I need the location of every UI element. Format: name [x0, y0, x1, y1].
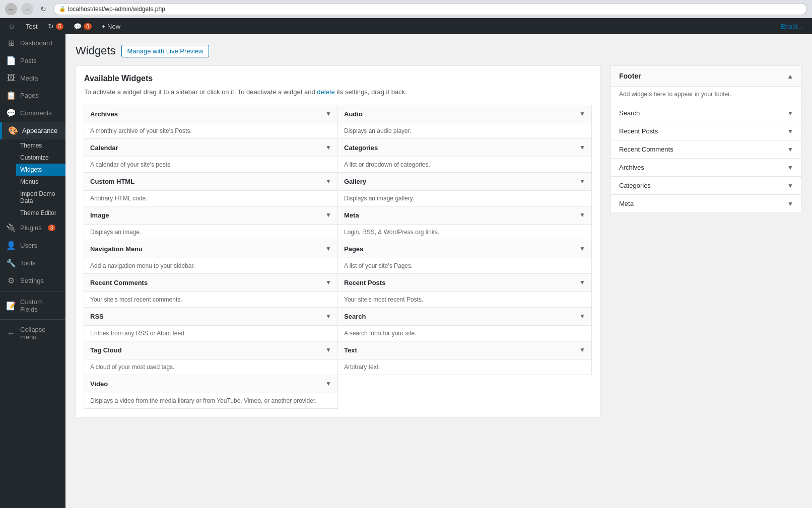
sidebar-item-menus[interactable]: Menus	[16, 176, 65, 188]
widget-card-header[interactable]: Calendar▼	[84, 139, 337, 157]
widget-card-desc: Displays an image.	[84, 225, 337, 240]
footer-widget-item[interactable]: Categories▼	[611, 176, 801, 194]
widget-card-desc: A monthly archive of your site's Posts.	[84, 123, 337, 138]
widget-card-header[interactable]: Video▼	[84, 375, 337, 393]
widget-card-arrow-icon: ▼	[325, 313, 331, 320]
sidebar-item-settings[interactable]: ⚙ Settings	[0, 272, 65, 289]
footer-widget-item[interactable]: Recent Comments▼	[611, 140, 801, 158]
sidebar-item-media[interactable]: 🖼 Media	[0, 69, 65, 87]
widget-card-header[interactable]: Audio▼	[338, 105, 591, 123]
sidebar-item-appearance[interactable]: 🎨 Appearance	[0, 122, 65, 139]
widget-card-desc: A search form for your site.	[338, 326, 591, 341]
widget-card-arrow-icon: ▼	[325, 380, 331, 387]
sidebar-item-comments[interactable]: 💬 Comments	[0, 104, 65, 122]
widgets-label: Widgets	[20, 166, 42, 173]
widget-card-header[interactable]: Pages▼	[338, 240, 591, 258]
sidebar-item-import-demo[interactable]: Import Demo Data	[16, 188, 65, 207]
sidebar-label-tools: Tools	[20, 259, 35, 267]
users-icon: 👤	[6, 241, 16, 250]
menus-label: Menus	[20, 178, 38, 185]
widget-card-title: Calendar	[90, 144, 118, 152]
widget-card-title: Recent Comments	[90, 279, 148, 286]
widget-card: Calendar▼A calendar of your site's posts…	[84, 138, 338, 173]
widget-card: Custom HTML▼Arbitrary HTML code.	[84, 172, 338, 206]
widget-card-desc: Displays a video from the media library …	[84, 393, 337, 408]
widget-card-desc: Entries from any RSS or Atom feed.	[84, 326, 337, 341]
available-widgets-panel: Available Widgets To activate a widget d…	[76, 65, 600, 417]
footer-widget-item[interactable]: Search▼	[611, 104, 801, 122]
widget-card-title: Search	[344, 313, 366, 320]
admin-bar-updates[interactable]: ↻ 5	[44, 18, 68, 34]
widget-card-header[interactable]: Tag Cloud▼	[84, 341, 337, 359]
widget-card-header[interactable]: Recent Posts▼	[338, 274, 591, 292]
comments-icon: 💬	[74, 23, 82, 30]
footer-widget-arrow-icon: ▼	[787, 128, 793, 135]
sidebar-item-users[interactable]: 👤 Users	[0, 237, 65, 254]
widget-card-header[interactable]: Categories▼	[338, 139, 591, 157]
appearance-submenu: Themes Customize Widgets Menus Import De…	[0, 139, 65, 219]
footer-panel-desc: Add widgets here to appear in your foote…	[611, 87, 801, 104]
sidebar-item-customize[interactable]: Customize	[16, 152, 65, 164]
desc-link[interactable]: delete	[317, 88, 334, 96]
widget-card-header[interactable]: Custom HTML▼	[84, 173, 337, 191]
widget-card-arrow-icon: ▼	[579, 144, 585, 151]
wp-logo[interactable]: ○	[4, 18, 20, 34]
widget-card-header[interactable]: Image▼	[84, 206, 337, 225]
sidebar-item-pages[interactable]: 📋 Pages	[0, 87, 65, 104]
sidebar-label-dashboard: Dashboard	[20, 39, 52, 47]
sidebar-item-collapse[interactable]: ← Collapse menu	[0, 322, 65, 345]
sidebar-item-theme-editor[interactable]: Theme Editor	[16, 207, 65, 219]
widget-card-header[interactable]: RSS▼	[84, 308, 337, 326]
footer-widget-item[interactable]: Meta▼	[611, 194, 801, 212]
widget-card-title: Meta	[344, 211, 359, 219]
live-preview-button[interactable]: Manage with Live Preview	[121, 45, 209, 57]
sidebar-item-widgets[interactable]: Widgets	[16, 164, 65, 176]
widget-card-header[interactable]: Text▼	[338, 341, 591, 359]
widget-card-header[interactable]: Gallery▼	[338, 173, 591, 191]
widget-card: Tag Cloud▼A cloud of your most used tags…	[84, 341, 338, 375]
widget-card-header[interactable]: Search▼	[338, 308, 591, 326]
widget-card-arrow-icon: ▼	[579, 110, 585, 117]
sidebar-item-posts[interactable]: 📄 Posts	[0, 52, 65, 69]
admin-bar-comments[interactable]: 💬 0	[70, 18, 96, 34]
admin-bar-new[interactable]: + New	[98, 18, 124, 34]
widget-card: Search▼A search form for your site.	[337, 307, 592, 341]
sidebar-item-dashboard[interactable]: ⊞ Dashboard	[0, 34, 65, 52]
widget-card-desc: A list or dropdown of categories.	[338, 157, 591, 172]
sidebar-item-plugins[interactable]: 🔌 Plugins 3	[0, 219, 65, 237]
reload-button[interactable]: ↻	[37, 3, 49, 15]
widget-card-desc: Displays an image gallery.	[338, 191, 591, 206]
widget-card-desc: A cloud of your most used tags.	[84, 359, 337, 375]
browser-bar: ← → ↻ 🔒 localhost/test/wp-admin/widgets.…	[0, 0, 812, 18]
widget-card: Categories▼A list or dropdown of categor…	[337, 138, 592, 173]
footer-widget-list: Search▼Recent Posts▼Recent Comments▼Arch…	[611, 104, 801, 212]
forward-button[interactable]: →	[21, 3, 33, 15]
footer-widget-item[interactable]: Recent Posts▼	[611, 122, 801, 140]
back-button[interactable]: ←	[5, 3, 17, 15]
footer-widget-name: Search	[619, 109, 640, 117]
widget-card: Archives▼A monthly archive of your site'…	[84, 105, 338, 139]
widget-card-header[interactable]: Navigation Menu▼	[84, 240, 337, 258]
widget-card-arrow-icon: ▼	[325, 144, 331, 151]
sidebar-divider	[0, 292, 65, 292]
widget-card-arrow-icon: ▼	[325, 178, 331, 185]
widget-card-arrow-icon: ▼	[325, 110, 331, 117]
plugins-badge: 3	[48, 225, 56, 231]
admin-bar-enable[interactable]: Enabl...	[776, 23, 808, 30]
widget-card-header[interactable]: Archives▼	[84, 105, 337, 123]
widget-card-arrow-icon: ▼	[579, 279, 585, 286]
settings-icon: ⚙	[6, 276, 16, 285]
footer-widget-item[interactable]: Archives▼	[611, 158, 801, 176]
admin-bar-site[interactable]: Test	[22, 18, 42, 34]
widget-card: Video▼Displays a video from the media li…	[84, 375, 338, 409]
sidebar-item-custom-fields[interactable]: 📝 Custom Fields	[0, 294, 65, 317]
widget-card-title: Categories	[344, 144, 378, 152]
sidebar-label-custom-fields: Custom Fields	[20, 298, 59, 313]
widget-card-header[interactable]: Meta▼	[338, 206, 591, 225]
sidebar-item-tools[interactable]: 🔧 Tools	[0, 254, 65, 272]
footer-panel-header[interactable]: Footer ▲	[611, 66, 801, 87]
address-bar[interactable]: 🔒 localhost/test/wp-admin/widgets.php	[53, 3, 807, 15]
widget-card-desc: Login, RSS, & WordPress.org links.	[338, 225, 591, 240]
sidebar-item-themes[interactable]: Themes	[16, 139, 65, 152]
widget-card-header[interactable]: Recent Comments▼	[84, 274, 337, 292]
